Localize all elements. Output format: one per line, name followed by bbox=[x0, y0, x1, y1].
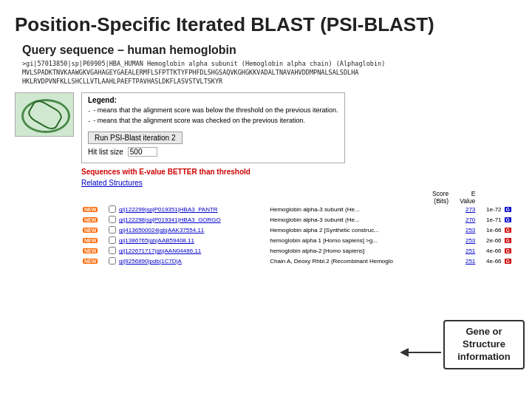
hitlist-label: Hit list size bbox=[88, 148, 123, 156]
new-badge: NEW bbox=[83, 217, 98, 222]
row-checkbox[interactable] bbox=[109, 226, 116, 233]
row-checkbox[interactable] bbox=[109, 205, 116, 213]
page-container: Position-Specific Iterated BLAST (PSI-BL… bbox=[0, 0, 532, 399]
row-checkbox[interactable] bbox=[109, 257, 116, 265]
new-badge: NEW bbox=[83, 228, 98, 233]
table-row: NEWgi|1386765|gb|AAB59408.11hemoglobin a… bbox=[81, 236, 517, 246]
evalue: 1e-66 bbox=[477, 225, 502, 236]
score-link[interactable]: 270 bbox=[466, 216, 475, 223]
row-checkbox[interactable] bbox=[109, 216, 116, 223]
score-link[interactable]: 253 bbox=[466, 237, 475, 244]
table-row: NEWgi|122299|sp|P019351|HBA3_PANTRHemogl… bbox=[81, 205, 517, 215]
annotation-bubble: Gene or Structure information bbox=[443, 320, 525, 369]
blast-content: Legend: - - means that the alignment sco… bbox=[81, 92, 517, 267]
table-row: NEWgi|122298|sp|P019341|HBA3_GORGOHemogl… bbox=[81, 215, 517, 225]
table-row: NEWgi|122671717|gb|AAN04486.11hemoglobin… bbox=[81, 246, 517, 256]
hitlist-row: Hit list size bbox=[88, 147, 338, 157]
description: Hemoglobin alpha-3 subunit (He... bbox=[268, 205, 450, 215]
new-badge: NEW bbox=[83, 259, 98, 264]
sequences-header: Sequences with E-value BETTER than thres… bbox=[81, 168, 517, 176]
new-badge: NEW bbox=[83, 207, 98, 212]
page-title: Position-Specific Iterated BLAST (PSI-BL… bbox=[15, 13, 517, 36]
score-link[interactable]: 251 bbox=[466, 258, 475, 265]
accession-link[interactable]: gi|122671717|gb|AAN04486.11 bbox=[119, 248, 201, 254]
legend-title: Legend: bbox=[88, 96, 338, 104]
accession-link[interactable]: gi|1386765|gb|AAB59408.11 bbox=[119, 237, 194, 244]
evalue: 2e-66 bbox=[477, 236, 502, 246]
row-checkbox[interactable] bbox=[109, 247, 116, 254]
g-icon[interactable]: G bbox=[505, 248, 511, 253]
accession-link[interactable]: gi|9256890|pdb|1C7D|A bbox=[119, 258, 182, 265]
row-checkbox[interactable] bbox=[109, 236, 116, 244]
hitlist-input[interactable] bbox=[128, 147, 157, 157]
table-row: NEWgi|4136500024|gb|AAK37554.11Hemoglobi… bbox=[81, 225, 517, 236]
g-icon[interactable]: G bbox=[505, 259, 511, 264]
score-header: Score(Bits) bbox=[268, 190, 450, 205]
legend-item-1: - - means that the alignment score was b… bbox=[88, 106, 338, 115]
evalue: 1e-71 bbox=[477, 215, 502, 225]
table-row: NEWgi|9256890|pdb|1C7D|AChain A, Deoxy R… bbox=[81, 256, 517, 267]
query-title: Query sequence – human hemoglobin bbox=[22, 44, 517, 57]
description: Hemoglobin alpha 2 [Synthetic construc..… bbox=[268, 225, 450, 236]
evalue: 4e-66 bbox=[477, 246, 502, 256]
accession-link[interactable]: gi|4136500024|gb|AAK37554.11 bbox=[119, 227, 204, 233]
description: Hemoglobin alpha-3 subunit (He... bbox=[268, 215, 450, 225]
structure-image bbox=[15, 92, 74, 137]
g-icon[interactable]: G bbox=[505, 228, 511, 233]
annotation-arrow bbox=[400, 341, 445, 364]
description: hemoglobin alpha 1 [Homo sapiens] >g... bbox=[268, 236, 450, 246]
score-link[interactable]: 273 bbox=[466, 206, 475, 213]
legend-box: Legend: - - means that the alignment sco… bbox=[81, 92, 345, 163]
description: hemoglobin alpha-2 [Homo sapiens] bbox=[268, 246, 450, 256]
new-badge: NEW bbox=[83, 248, 98, 253]
description: Chain A, Deoxy Rhbl.2 (Recombinant Hemog… bbox=[268, 256, 450, 267]
score-link[interactable]: 251 bbox=[466, 248, 475, 254]
query-sequence: >gi|57013850|sp|P69905|HBA_HUMAN Hemoglo… bbox=[22, 60, 517, 86]
psi-blast-button[interactable]: Run PSI-Blast iteration 2 bbox=[88, 132, 183, 144]
accession-link[interactable]: gi|122298|sp|P019341|HBA3_GORGO bbox=[119, 216, 221, 223]
g-icon[interactable]: G bbox=[505, 217, 511, 222]
new-badge: NEW bbox=[83, 238, 98, 243]
results-table: Score(Bits) EValue NEWgi|122299|sp|P0193… bbox=[81, 190, 517, 267]
g-icon[interactable]: G bbox=[505, 238, 511, 243]
score-link[interactable]: 253 bbox=[466, 227, 475, 233]
evalue: 1e-72 bbox=[477, 205, 502, 215]
accession-link[interactable]: gi|122299|sp|P019351|HBA3_PANTR bbox=[119, 206, 218, 213]
evalue-header: EValue bbox=[450, 190, 477, 205]
g-icon[interactable]: G bbox=[505, 207, 511, 212]
structure-panel bbox=[15, 92, 74, 140]
evalue: 4e-66 bbox=[477, 256, 502, 267]
legend-item-2: - - means that the alignment score was c… bbox=[88, 117, 338, 126]
related-structures-link[interactable]: Related Structures bbox=[81, 179, 517, 187]
